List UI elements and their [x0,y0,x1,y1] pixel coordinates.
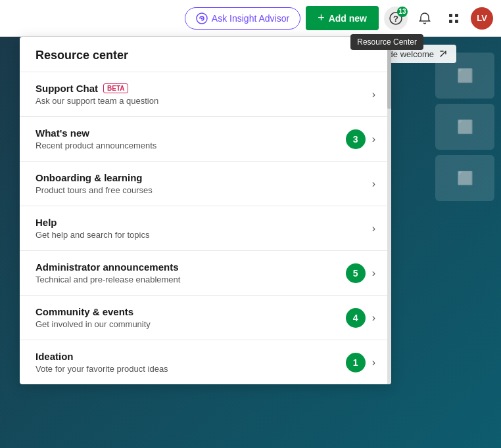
ideation-title: Ideation [36,351,346,362]
resource-center-panel: Resource center Support Chat BETA Ask ou… [20,37,391,384]
insight-icon [196,12,208,24]
chevron-icon-help: › [372,223,375,235]
onboarding-desc: Product tours and free courses [36,185,372,195]
scroll-strip[interactable] [387,37,391,384]
apps-grid-button[interactable] [442,7,465,30]
panel-item-ideation[interactable]: Ideation Vote for your favorite product … [20,340,391,384]
scroll-thumb [387,43,391,109]
panel-item-help[interactable]: Help Get help and search for topics › [20,206,391,250]
external-link-icon-3: ⬜ [457,170,473,186]
panel-scroll-area[interactable]: Support Chat BETA Ask our support team a… [20,72,391,384]
notification-badge: 13 [397,7,408,17]
panel-item-content-help: Help Get help and search for topics [36,217,372,240]
panel-item-content-community: Community & events Get involved in our c… [36,306,346,329]
onboarding-right: › [372,178,375,190]
panel-title: Resource center [20,37,391,72]
svg-point-1 [201,17,203,19]
add-new-label: Add new [329,13,367,24]
avatar-initials: LV [477,13,487,23]
side-tiles: ⬜ ⬜ ⬜ [435,53,494,201]
chevron-icon-ideation: › [372,357,375,369]
support-chat-title: Support Chat BETA [36,83,372,94]
chevron-icon-community: › [372,312,375,324]
chevron-icon-onboarding: › [372,178,375,190]
panel-item-content-admin: Administrator announcements Technical an… [36,261,346,284]
user-avatar[interactable]: LV [471,7,493,30]
panel-item-content-support: Support Chat BETA Ask our support team a… [36,83,372,106]
panel-item-admin[interactable]: Administrator announcements Technical an… [20,250,391,295]
help-desc: Get help and search for topics [36,230,372,240]
resource-center-tooltip: Resource Center [350,34,423,50]
ideation-right: 1 › [346,353,375,372]
ideation-count: 1 [346,353,366,372]
panel-item-community[interactable]: Community & events Get involved in our c… [20,295,391,340]
admin-right: 5 › [346,263,375,283]
bell-icon [418,12,431,25]
admin-desc: Technical and pre-release enablement [36,275,346,284]
whats-new-desc: Recent product announcements [36,141,346,150]
support-chat-right: › [372,89,375,101]
onboarding-title: Onboarding & learning [36,172,372,183]
community-title: Community & events [36,306,346,317]
external-link-icon-1: ⬜ [457,68,473,83]
panel-item-content-onboarding: Onboarding & learning Product tours and … [36,172,372,195]
panel-item-onboarding[interactable]: Onboarding & learning Product tours and … [20,161,391,206]
svg-rect-6 [449,20,452,23]
panel-item-support-chat[interactable]: Support Chat BETA Ask our support team a… [20,72,391,116]
beta-badge: BETA [103,83,128,93]
svg-rect-7 [455,20,458,23]
grid-icon [447,12,460,25]
collapse-icon [438,49,448,59]
tile-3: ⬜ [435,155,494,201]
admin-count: 5 [346,263,366,283]
add-new-button[interactable]: + Add new [306,6,379,30]
whats-new-right: 3 › [346,129,375,149]
top-nav: Ask Insight Advisor + Add new ? 13 LV [0,0,501,37]
chevron-icon-whats-new: › [372,133,375,145]
tile-2: ⬜ [435,104,494,150]
whats-new-count: 3 [346,129,366,149]
resource-center-button[interactable]: ? 13 [384,7,408,30]
chevron-icon-support: › [372,89,375,101]
community-count: 4 [346,308,366,328]
ideation-desc: Vote for your favorite product ideas [36,364,346,374]
chevron-icon-admin: › [372,267,375,279]
community-desc: Get involved in our community [36,319,346,329]
help-right: › [372,223,375,235]
help-title: Help [36,217,372,228]
panel-item-whats-new[interactable]: What's new Recent product announcements … [20,116,391,161]
insight-advisor-button[interactable]: Ask Insight Advisor [185,7,300,30]
svg-rect-4 [449,14,452,17]
panel-item-content-ideation: Ideation Vote for your favorite product … [36,351,346,374]
whats-new-title: What's new [36,127,346,139]
support-chat-desc: Ask our support team a question [36,96,372,106]
panel-item-content-whats-new: What's new Recent product announcements [36,127,346,150]
notifications-button[interactable] [413,7,437,30]
community-right: 4 › [346,308,375,328]
insight-advisor-label: Ask Insight Advisor [212,13,289,24]
external-link-icon-2: ⬜ [457,119,473,135]
svg-rect-5 [455,14,458,17]
admin-title: Administrator announcements [36,261,346,273]
plus-icon: + [318,11,325,25]
